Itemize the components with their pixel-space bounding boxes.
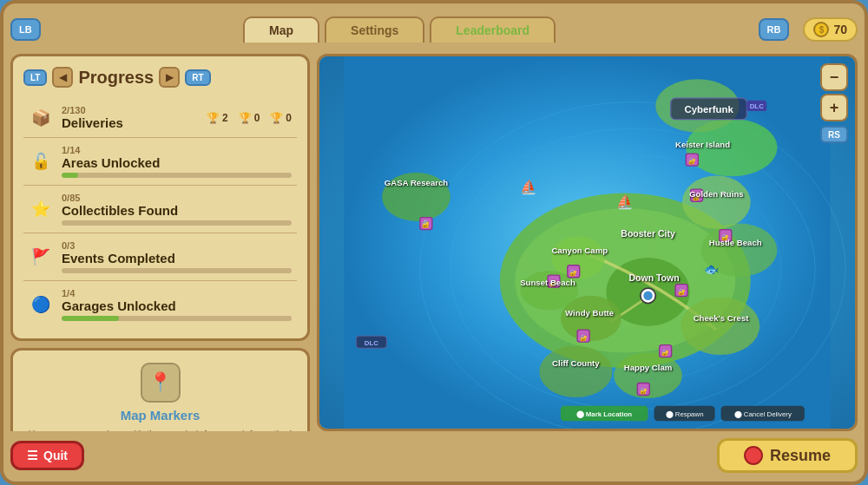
map-markers-title: Map Markers xyxy=(121,408,201,423)
collectibles-label: Collectibles Found xyxy=(62,203,292,218)
svg-text:DLC: DLC xyxy=(750,102,764,110)
resume-icon xyxy=(744,446,763,465)
stat-row-garages: 🔵 1/4 Garages Unlocked xyxy=(23,281,297,328)
svg-text:Down Town: Down Town xyxy=(628,272,679,283)
svg-text:Booster City: Booster City xyxy=(621,228,675,239)
collectibles-icon: ⭐ xyxy=(29,197,53,221)
areas-icon: 🔓 xyxy=(29,149,53,174)
svg-text:🔐: 🔐 xyxy=(580,334,588,342)
coin-value: 70 xyxy=(833,23,847,36)
lb-button[interactable]: LB xyxy=(10,18,41,41)
tab-settings[interactable]: Settings xyxy=(325,16,424,43)
collectibles-info: 0/85 Collectibles Found xyxy=(62,193,292,226)
stat-row-collectibles: ⭐ 0/85 Collectibles Found xyxy=(23,186,297,233)
events-bar xyxy=(62,268,292,273)
svg-text:🔐: 🔐 xyxy=(678,288,686,296)
areas-bar xyxy=(62,173,292,178)
bronze-trophy-count: 0 xyxy=(286,112,292,124)
map-markers-icon: 📍 xyxy=(141,363,181,403)
lt-button[interactable]: LT xyxy=(23,69,47,86)
silver-trophy-icon: 🏆 xyxy=(239,112,252,124)
tab-map[interactable]: Map xyxy=(243,16,319,43)
svg-text:Hustle Beach: Hustle Beach xyxy=(709,238,762,247)
areas-label: Areas Unlocked xyxy=(62,155,292,170)
svg-text:🔐: 🔐 xyxy=(640,387,648,395)
trophy-gold: 🏆 2 xyxy=(207,112,228,124)
svg-text:Keister Island: Keister Island xyxy=(675,140,730,149)
map-panel[interactable]: 🔒 xyxy=(317,54,858,431)
garages-info: 1/4 Garages Unlocked xyxy=(62,288,292,321)
deliveries-fraction: 2/130 xyxy=(62,105,194,115)
areas-info: 1/14 Areas Unlocked xyxy=(62,145,292,178)
svg-text:Canyon Camp: Canyon Camp xyxy=(551,246,608,255)
stat-row-deliveries: 📦 2/130 Deliveries 🏆 2 🏆 0 xyxy=(23,98,297,138)
garages-bar-fill xyxy=(62,316,119,321)
silver-trophy-count: 0 xyxy=(254,112,260,124)
svg-text:🔐: 🔐 xyxy=(688,157,696,165)
events-icon: 🚩 xyxy=(29,245,53,269)
progress-title: Progress xyxy=(78,68,154,88)
events-label: Events Completed xyxy=(62,251,292,265)
quit-label: Quit xyxy=(43,449,68,462)
progress-panel: LT ◀ Progress ▶ RT 📦 2/130 Deliveries xyxy=(10,54,310,341)
map-background: 🔒 xyxy=(319,56,855,429)
quit-button[interactable]: ☰ Quit xyxy=(10,441,84,470)
zoom-out-button[interactable]: − xyxy=(820,63,848,91)
svg-text:🐟: 🐟 xyxy=(704,262,720,277)
map-markers-panel: 📍 Map Markers Hover over a map icon with… xyxy=(10,348,310,431)
resume-button[interactable]: Resume xyxy=(717,438,858,473)
coin-icon: $ xyxy=(813,22,829,37)
trophy-bronze: 🏆 0 xyxy=(270,112,292,124)
deliveries-info: 2/130 Deliveries xyxy=(62,105,194,130)
deliveries-label: Deliveries xyxy=(62,115,194,130)
svg-text:Cyberfunk: Cyberfunk xyxy=(685,104,734,115)
main-content: LT ◀ Progress ▶ RT 📦 2/130 Deliveries xyxy=(10,54,858,431)
svg-text:⬤ Cancel Delivery: ⬤ Cancel Delivery xyxy=(734,410,792,418)
quit-icon: ☰ xyxy=(27,449,38,462)
garages-bar xyxy=(62,316,292,321)
svg-text:Happy Clam: Happy Clam xyxy=(624,363,673,372)
progress-header-row: LT ◀ Progress ▶ RT xyxy=(23,67,211,88)
svg-text:Golden Ruins: Golden Ruins xyxy=(689,189,744,199)
gold-trophy-icon: 🏆 xyxy=(207,112,220,124)
svg-point-15 xyxy=(681,298,760,356)
svg-point-13 xyxy=(682,175,751,228)
collectibles-fraction: 0/85 xyxy=(62,193,292,203)
nav-arrow-left[interactable]: ◀ xyxy=(52,67,73,88)
bronze-trophy-icon: 🏆 xyxy=(270,112,283,124)
top-bar: LB Map Settings Leaderboard RB $ 70 xyxy=(10,10,858,49)
svg-text:🔐: 🔐 xyxy=(422,220,430,228)
zoom-in-button[interactable]: + xyxy=(820,94,848,121)
svg-text:DLC: DLC xyxy=(365,339,378,347)
events-info: 0/3 Events Completed xyxy=(62,240,292,273)
deliveries-trophies: 🏆 2 🏆 0 🏆 0 xyxy=(207,112,292,124)
nav-arrow-right[interactable]: ▶ xyxy=(159,67,180,88)
garages-icon: 🔵 xyxy=(29,292,53,317)
bottom-bar: ☰ Quit Resume xyxy=(10,436,858,475)
rb-button[interactable]: RB xyxy=(759,18,790,41)
svg-text:🔐: 🔐 xyxy=(661,349,669,357)
tabs-container: Map Settings Leaderboard xyxy=(41,16,759,43)
main-frame: LB Map Settings Leaderboard RB $ 70 LT xyxy=(0,0,868,485)
svg-text:Sunset Beach: Sunset Beach xyxy=(520,278,575,287)
collectibles-bar xyxy=(62,220,292,226)
garages-fraction: 1/4 xyxy=(62,288,292,298)
garages-label: Garages Unlocked xyxy=(62,298,292,313)
svg-text:Cliff County: Cliff County xyxy=(552,358,600,368)
svg-text:Windy Butte: Windy Butte xyxy=(565,308,615,318)
svg-text:⬤ Respawn: ⬤ Respawn xyxy=(666,410,704,418)
coin-display: $ 70 xyxy=(803,17,858,42)
gold-trophy-count: 2 xyxy=(222,112,228,124)
svg-text:🔐: 🔐 xyxy=(569,269,577,277)
tab-leaderboard[interactable]: Leaderboard xyxy=(430,16,556,43)
events-fraction: 0/3 xyxy=(62,240,292,251)
svg-text:⛵: ⛵ xyxy=(520,179,537,195)
map-svg: 🔒 xyxy=(319,56,855,429)
progress-header: LT ◀ Progress ▶ RT xyxy=(23,67,297,88)
svg-text:GASA Research: GASA Research xyxy=(385,178,449,187)
rs-button[interactable]: RS xyxy=(820,126,848,143)
trophy-silver: 🏆 0 xyxy=(239,112,260,124)
rt-button[interactable]: RT xyxy=(185,69,210,86)
left-panel: LT ◀ Progress ▶ RT 📦 2/130 Deliveries xyxy=(10,54,310,431)
svg-point-61 xyxy=(643,292,653,301)
